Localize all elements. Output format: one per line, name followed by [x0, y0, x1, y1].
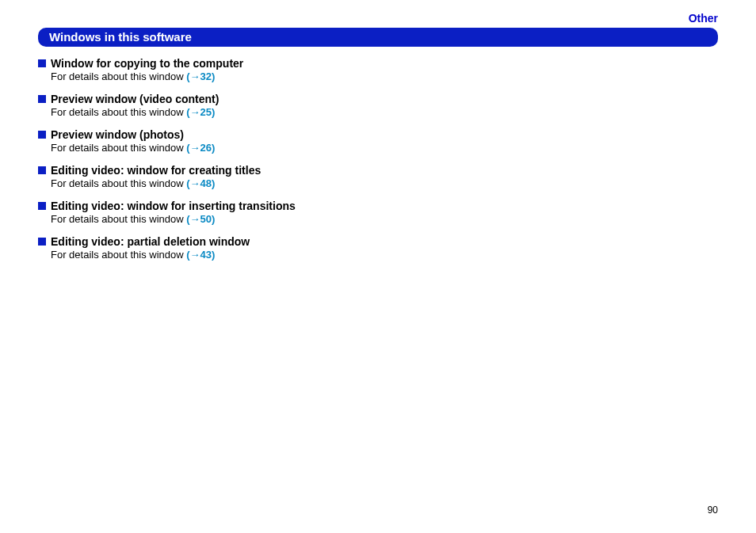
square-bullet-icon — [38, 59, 46, 67]
item-description: For details about this window (→25) — [51, 106, 718, 118]
item-header: Editing video: window for inserting tran… — [38, 200, 718, 212]
item-header: Editing video: partial deletion window — [38, 235, 718, 248]
page-number: 90 — [708, 504, 718, 516]
square-bullet-icon — [38, 238, 46, 246]
item-description: For details about this window (→50) — [51, 213, 718, 225]
list-item: Editing video: window for creating title… — [38, 164, 718, 189]
page-reference-link[interactable]: (→50) — [186, 213, 215, 225]
square-bullet-icon — [38, 202, 46, 210]
category-label: Other — [689, 12, 718, 25]
page-reference-link[interactable]: (→26) — [186, 142, 215, 154]
items-list: Window for copying to the computer For d… — [38, 57, 718, 271]
item-title: Window for copying to the computer — [51, 57, 243, 70]
square-bullet-icon — [38, 95, 46, 103]
list-item: Editing video: window for inserting tran… — [38, 200, 718, 225]
item-description: For details about this window (→43) — [51, 249, 718, 261]
square-bullet-icon — [38, 131, 46, 139]
page-reference-link[interactable]: (→25) — [186, 106, 215, 118]
section-title-text: Windows in this software — [49, 30, 192, 44]
item-header: Editing video: window for creating title… — [38, 164, 718, 177]
item-description: For details about this window (→26) — [51, 142, 718, 154]
section-title-bar: Windows in this software — [38, 28, 718, 47]
item-title: Editing video: window for creating title… — [51, 164, 261, 177]
detail-prefix: For details about this window — [51, 142, 186, 154]
detail-prefix: For details about this window — [51, 213, 186, 225]
item-title: Editing video: window for inserting tran… — [51, 200, 296, 212]
item-description: For details about this window (→32) — [51, 70, 718, 82]
square-bullet-icon — [38, 166, 46, 174]
item-title: Preview window (video content) — [51, 93, 219, 105]
list-item: Editing video: partial deletion window F… — [38, 235, 718, 261]
item-header: Window for copying to the computer — [38, 57, 718, 70]
document-page: Other Windows in this software Window fo… — [0, 0, 756, 533]
detail-prefix: For details about this window — [51, 249, 186, 261]
item-title: Preview window (photos) — [51, 128, 184, 141]
list-item: Preview window (video content) For detai… — [38, 93, 718, 118]
detail-prefix: For details about this window — [51, 177, 186, 189]
page-reference-link[interactable]: (→32) — [186, 70, 215, 82]
item-title: Editing video: partial deletion window — [51, 235, 250, 248]
item-header: Preview window (photos) — [38, 128, 718, 141]
page-reference-link[interactable]: (→43) — [186, 249, 215, 261]
page-reference-link[interactable]: (→48) — [186, 177, 215, 189]
list-item: Window for copying to the computer For d… — [38, 57, 718, 82]
detail-prefix: For details about this window — [51, 106, 186, 118]
item-header: Preview window (video content) — [38, 93, 718, 105]
detail-prefix: For details about this window — [51, 70, 186, 82]
item-description: For details about this window (→48) — [51, 177, 718, 189]
list-item: Preview window (photos) For details abou… — [38, 128, 718, 154]
